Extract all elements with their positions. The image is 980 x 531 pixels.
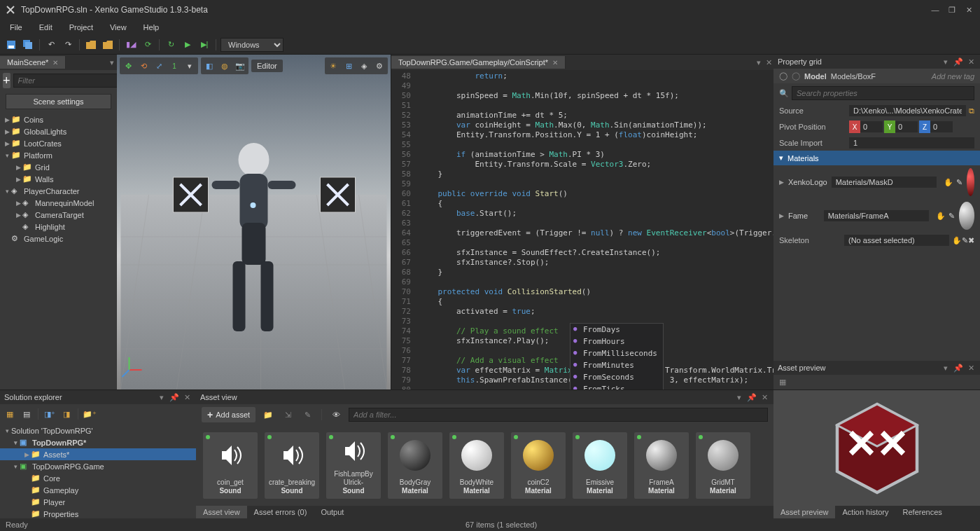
folder-open-icon[interactable] (101, 38, 115, 52)
skeleton-field[interactable] (844, 235, 949, 246)
platform-select[interactable]: Windows (220, 38, 284, 52)
intellisense-item[interactable]: FromMilliseconds (570, 347, 663, 359)
build-icon[interactable]: ↻ (164, 38, 178, 52)
solution-tree[interactable]: ▾Solution 'TopDownRPG' ▾▣TopDownRPG*▶📁As… (0, 424, 196, 518)
redo-icon[interactable]: ↷ (61, 38, 75, 52)
tab-close-icon[interactable]: ✕ (52, 59, 58, 67)
menu-file[interactable]: File (3, 22, 29, 33)
tab-dropdown-icon[interactable]: ▾ (754, 57, 764, 67)
tab-mainscene[interactable]: MainScene* ✕ (0, 56, 66, 69)
asset-card[interactable]: coin_getSound (203, 432, 258, 499)
hierarchy-node[interactable]: ▶📁LootCrates (0, 137, 117, 149)
hierarchy-node[interactable]: ▶📁Coins (0, 113, 117, 125)
solution-node[interactable]: 📁Properties (0, 508, 196, 518)
folder-icon[interactable] (84, 38, 98, 52)
hierarchy-node[interactable]: ▶📁Grid (0, 161, 117, 173)
close-icon[interactable]: ✕ (966, 363, 976, 373)
vs-icon[interactable]: ▮◢ (124, 38, 138, 52)
save-icon[interactable] (4, 38, 18, 52)
pivot-z-input[interactable] (930, 121, 953, 132)
maximize-button[interactable]: ❐ (946, 4, 958, 15)
tab-coinscript[interactable]: TopDownRPG.Game/Gameplay/CoinScript* ✕ (391, 56, 566, 69)
intellisense-item[interactable]: FromSeconds (570, 371, 663, 383)
intellisense-popup[interactable]: FromDaysFromHoursFromMillisecondsFromMin… (570, 323, 664, 389)
source-field[interactable] (849, 105, 966, 116)
hierarchy-tree[interactable]: ▶📁Coins▶📁GlobalLights▶📁LootCrates▾📁Platf… (0, 112, 117, 389)
add-existing-icon[interactable]: ◨ (59, 407, 74, 421)
intellisense-item[interactable]: FromMinutes (570, 359, 663, 371)
hierarchy-node[interactable]: ▾📁Platform (0, 149, 117, 161)
forward-icon[interactable]: ◯ (792, 71, 800, 81)
asset-preview-viewport[interactable] (774, 390, 980, 506)
tab-asset-view[interactable]: Asset view (196, 506, 247, 518)
close-button[interactable]: ✕ (963, 4, 974, 15)
eye-icon[interactable]: 👁 (329, 408, 343, 422)
hand-icon[interactable]: ✋ (952, 236, 962, 245)
dropdown-icon[interactable]: ▾ (941, 57, 951, 67)
solution-node[interactable]: ▾▣TopDownRPG* (0, 436, 196, 448)
edit-icon[interactable]: ✎ (956, 178, 962, 187)
tab-output[interactable]: Output (314, 506, 351, 518)
scene-viewport[interactable]: ✥ ⟲ ⤢ 1 ▾ ◧ ◍ 📷 Editor ☀ ⊞ (117, 55, 391, 389)
pivot-y-input[interactable] (895, 121, 918, 132)
intellisense-item[interactable]: FromDays (570, 324, 663, 336)
reload-icon[interactable]: ⟳ (141, 38, 155, 52)
scene-settings-button[interactable]: Scene settings (6, 94, 111, 109)
edit-icon[interactable]: ✎ (300, 408, 314, 422)
asset-card[interactable]: GridMTMaterial (696, 432, 750, 499)
solution-node[interactable]: 📁Player (0, 496, 196, 508)
dropdown-icon[interactable]: ▾ (941, 363, 951, 373)
code-editor[interactable]: 48 49 50 51 52 53 54 55 56 57 58 59 60 6… (391, 70, 774, 389)
intellisense-item[interactable]: FromTicks (570, 383, 663, 389)
pin-icon[interactable]: 📌 (169, 392, 179, 402)
materials-header[interactable]: ▾Materials (774, 151, 980, 165)
asset-card[interactable]: crate_breakingSound (265, 432, 319, 499)
menu-edit[interactable]: Edit (32, 22, 59, 33)
hierarchy-node[interactable]: ▶◈CameraTarget (0, 209, 117, 221)
edit-icon[interactable]: ✎ (948, 212, 955, 221)
tab-references[interactable]: References (896, 506, 949, 518)
hierarchy-node[interactable]: ◈Highlight (0, 221, 117, 233)
tab-close-icon[interactable]: ✕ (552, 59, 558, 67)
asset-card[interactable]: FrameAMaterial (634, 432, 689, 499)
add-tag-button[interactable]: Add new tag (932, 72, 974, 81)
add-icon[interactable]: ◨⁺ (43, 407, 57, 421)
new-folder-icon[interactable]: 📁⁺ (83, 407, 97, 421)
solution-node[interactable]: ▾▣TopDownRPG.Game (0, 460, 196, 472)
material-value-input[interactable] (832, 177, 937, 188)
pin-icon[interactable]: 📌 (747, 392, 757, 402)
preview-settings-icon[interactable]: ▦ (779, 378, 974, 387)
asset-card[interactable]: FishLampBy Ulrick-EvensSaliesSound (326, 432, 381, 499)
close-icon[interactable]: ✕ (182, 392, 192, 402)
asset-grid[interactable]: coin_getSoundcrate_breakingSoundFishLamp… (196, 425, 774, 506)
collapse-icon[interactable]: ▤ (20, 407, 34, 421)
material-row[interactable]: ▶XenkoLogo✋✎ (774, 165, 980, 199)
solution-node[interactable]: 📁Gameplay (0, 484, 196, 496)
pivot-x-input[interactable] (860, 121, 883, 132)
material-value-input[interactable] (824, 210, 929, 221)
edit-icon[interactable]: ✎ (962, 236, 968, 245)
dropdown-icon[interactable]: ▾ (734, 392, 744, 402)
play-icon[interactable]: ▶ (181, 38, 195, 52)
clear-icon[interactable]: ✖ (968, 236, 974, 245)
tab-action-history[interactable]: Action history (835, 506, 895, 518)
hierarchy-node[interactable]: ▶📁Walls (0, 173, 117, 185)
asset-card[interactable]: BodyWhiteMaterial (449, 432, 504, 499)
material-row[interactable]: ▶Fame✋✎ (774, 199, 980, 233)
add-asset-button[interactable]: +Add asset (202, 407, 255, 422)
hierarchy-node[interactable]: ⚙GameLogic (0, 233, 117, 244)
solution-node[interactable]: 📁Core (0, 472, 196, 484)
close-panel-icon[interactable]: ✕ (764, 57, 774, 67)
dropdown-icon[interactable]: ▾ (157, 392, 167, 402)
pin-icon[interactable]: 📌 (953, 363, 963, 373)
tab-dropdown-icon[interactable]: ▾ (107, 57, 117, 67)
play-frame-icon[interactable]: ▶| (197, 38, 211, 52)
asset-filter-input[interactable] (349, 408, 768, 422)
asset-card[interactable]: coinC2Material (511, 432, 566, 499)
menu-help[interactable]: Help (136, 22, 167, 33)
close-icon[interactable]: ✕ (966, 57, 976, 67)
property-search-input[interactable] (792, 86, 974, 100)
hierarchy-node[interactable]: ▶📁GlobalLights (0, 125, 117, 137)
show-all-icon[interactable]: ▦ (3, 407, 17, 421)
solution-node[interactable]: ▶📁Assets* (0, 448, 196, 460)
